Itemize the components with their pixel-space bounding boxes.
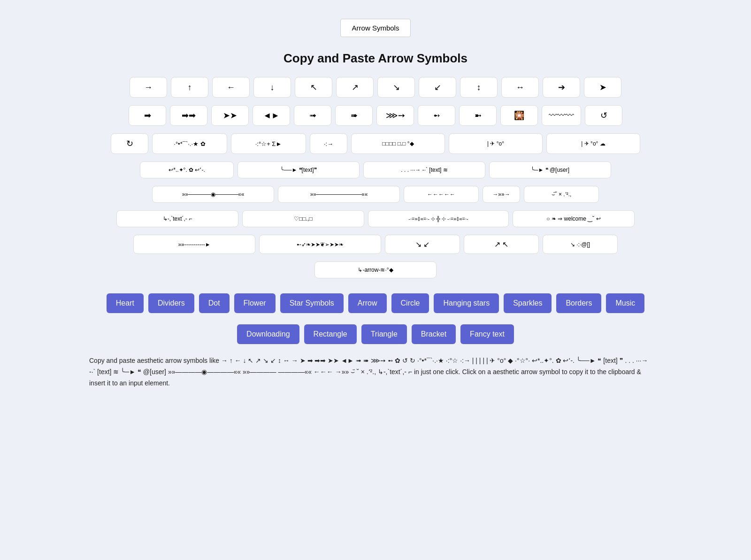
- category-bracket[interactable]: Bracket: [412, 324, 456, 344]
- symbol-btn[interactable]: ◄►: [253, 105, 290, 126]
- category-dot[interactable]: Dot: [199, 293, 230, 313]
- symbol-btn[interactable]: 🎇: [500, 105, 538, 126]
- symbol-btn[interactable]: ↘: [377, 77, 415, 98]
- symbol-btn[interactable]: ➼: [459, 105, 497, 126]
- symbol-row-2: ➡ ➡➡ ➤➤ ◄► ➟ ➠ ⋙➙ ➻ ➼ 🎇 〰〰〰 ↺: [129, 105, 622, 126]
- symbol-btn[interactable]: ↓: [253, 77, 291, 98]
- category-arrow[interactable]: Arrow: [348, 293, 387, 313]
- symbol-btn[interactable]: ➤: [584, 77, 621, 98]
- symbol-btn[interactable]: »»-----------►: [133, 235, 255, 254]
- category-hanging-stars[interactable]: Hanging stars: [434, 293, 499, 313]
- symbol-btn[interactable]: »»————◉————««: [152, 186, 274, 203]
- symbol-btn[interactable]: ➻: [418, 105, 455, 126]
- category-star-symbols[interactable]: Star Symbols: [280, 293, 344, 313]
- symbol-btn[interactable]: ╰──► ❝[text]❞: [238, 161, 360, 178]
- symbol-btn[interactable]: ↔: [501, 77, 539, 98]
- symbol-row-5: »»————◉————«« »»————————«« ←←←←← →»»→ ⌣̈…: [152, 186, 599, 203]
- symbol-btn[interactable]: □□□□ □.□ °◆: [351, 133, 445, 154]
- symbol-btn[interactable]: ○ ❧ ⇒ welcome ‿˘ ↩: [513, 210, 635, 227]
- symbol-btn[interactable]: ↳-,`text´,- ⌐: [116, 210, 238, 227]
- category-downloading[interactable]: Downloading: [237, 324, 299, 344]
- symbol-btn[interactable]: . . . ···→ -·` [text] ≋: [363, 161, 485, 178]
- symbol-btn[interactable]: ↩*..✦°. ✿ ↩ʻ-.: [140, 161, 234, 178]
- symbol-btn[interactable]: ·:→: [310, 133, 347, 154]
- symbol-btn[interactable]: ·°•*¯`·.·★ ✿: [152, 133, 227, 154]
- category-flower[interactable]: Flower: [234, 293, 276, 313]
- symbol-row-1: → ↑ ← ↓ ↖ ↗ ↘ ↙ ↕ ↔ ➔ ➤: [130, 77, 621, 98]
- category-tags-row2: Downloading Rectangle Triangle Bracket F…: [89, 324, 662, 344]
- symbol-btn[interactable]: ←: [212, 77, 250, 98]
- symbol-btn[interactable]: ·:°☆+ Σ►: [231, 133, 306, 154]
- symbol-btn[interactable]: ➔: [543, 77, 580, 98]
- symbol-btn[interactable]: ➡➡: [170, 105, 207, 126]
- category-rectangle[interactable]: Rectangle: [304, 324, 357, 344]
- symbol-btn[interactable]: ➠: [335, 105, 373, 126]
- category-heart[interactable]: Heart: [107, 293, 144, 313]
- symbol-btn[interactable]: | ✈ °o°: [449, 133, 543, 154]
- symbol-btn[interactable]: ↻: [111, 133, 148, 154]
- category-circle[interactable]: Circle: [391, 293, 429, 313]
- symbol-btn[interactable]: ↗: [336, 77, 374, 98]
- symbol-btn[interactable]: ↙: [419, 77, 456, 98]
- category-triangle[interactable]: Triangle: [361, 324, 407, 344]
- symbol-btn[interactable]: -·=»‡«=·- ⊹ ╬ ⊹ -·=»‡«=·-: [368, 210, 509, 227]
- category-tags-row1: Heart Dividers Dot Flower Star Symbols A…: [89, 293, 662, 313]
- symbol-btn[interactable]: ↗ ↖: [464, 235, 539, 254]
- symbol-row-8: ↳-arrow-≋·°◆: [314, 261, 437, 278]
- symbol-btn[interactable]: ↖: [295, 77, 332, 98]
- category-dividers[interactable]: Dividers: [148, 293, 194, 313]
- symbol-btn[interactable]: ♡□□.,□: [242, 210, 364, 227]
- page-title: Copy and Paste Arrow Symbols: [89, 51, 662, 66]
- symbol-btn[interactable]: ➤➤: [211, 105, 249, 126]
- symbol-btn[interactable]: ⌣̈˘ × .ʻ².,: [524, 186, 599, 203]
- symbol-btn[interactable]: ➡: [129, 105, 166, 126]
- symbol-btn[interactable]: ╰─► ❝ @[user]: [489, 161, 611, 178]
- symbol-row-6: ↳-,`text´,- ⌐ ♡□□.,□ -·=»‡«=·- ⊹ ╬ ⊹ -·=…: [116, 210, 635, 227]
- symbol-btn[interactable]: ↺: [585, 105, 622, 126]
- symbol-btn[interactable]: ←←←←←: [404, 186, 479, 203]
- symbol-row-4: ↩*..✦°. ✿ ↩ʻ-. ╰──► ❝[text]❞ . . . ···→ …: [140, 161, 611, 178]
- symbol-btn[interactable]: ↘ ·:·@[]: [543, 235, 618, 254]
- symbol-btn[interactable]: ➸➶❧➤➤❦➢➤➤❧: [259, 235, 381, 254]
- description-text: Copy and paste aesthetic arrow symbols l…: [89, 355, 652, 389]
- symbol-btn[interactable]: »»————————««: [278, 186, 400, 203]
- arrow-symbols-nav-button[interactable]: Arrow Symbols: [340, 19, 411, 37]
- category-fancy-text[interactable]: Fancy text: [460, 324, 514, 344]
- symbol-btn[interactable]: →: [130, 77, 167, 98]
- symbol-btn[interactable]: ↘ ↙: [385, 235, 460, 254]
- symbol-btn[interactable]: ↳-arrow-≋·°◆: [314, 261, 437, 278]
- symbol-btn[interactable]: ⋙➙: [376, 105, 414, 126]
- symbol-btn[interactable]: ➟: [294, 105, 331, 126]
- category-borders[interactable]: Borders: [556, 293, 601, 313]
- symbol-btn[interactable]: ↕: [460, 77, 498, 98]
- symbol-row-7: »»-----------► ➸➶❧➤➤❦➢➤➤❧ ↘ ↙ ↗ ↖ ↘ ·:·@…: [133, 235, 618, 254]
- symbol-btn[interactable]: 〰〰〰: [542, 105, 581, 126]
- symbol-row-3: ↻ ·°•*¯`·.·★ ✿ ·:°☆+ Σ► ·:→ □□□□ □.□ °◆ …: [111, 133, 640, 154]
- symbol-btn[interactable]: →»»→: [483, 186, 520, 203]
- symbol-btn[interactable]: ↑: [171, 77, 208, 98]
- symbol-btn[interactable]: | ✈ °o° ☁: [546, 133, 640, 154]
- category-music[interactable]: Music: [606, 293, 644, 313]
- category-sparkles[interactable]: Sparkles: [504, 293, 552, 313]
